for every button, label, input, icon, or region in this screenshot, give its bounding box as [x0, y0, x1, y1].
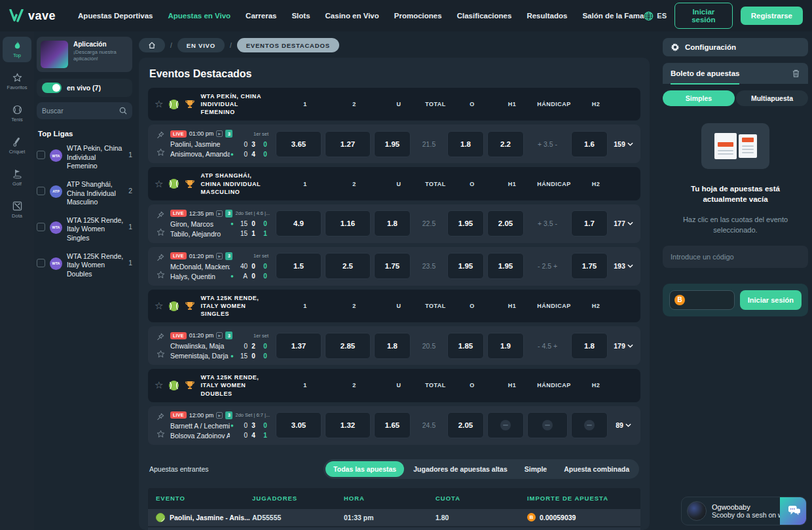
odds-under[interactable]: 1.95: [374, 131, 411, 157]
rail-item-golf[interactable]: Golf: [3, 165, 31, 191]
odds-over[interactable]: 1.95: [447, 253, 484, 279]
favorite-star-icon[interactable]: [157, 228, 165, 237]
language-selector[interactable]: ES: [644, 11, 667, 21]
league-item[interactable]: WTA WTA 125K Rende, Italy Women Singles …: [37, 216, 132, 243]
rail-item-dota[interactable]: Dota: [3, 197, 31, 223]
favorite-star-icon[interactable]: ☆: [155, 300, 163, 312]
vave-logo[interactable]: vave: [9, 9, 56, 23]
tab-multiapuesta[interactable]: Multiapuesta: [736, 90, 808, 106]
favorite-star-icon[interactable]: [157, 271, 165, 279]
stream-icon[interactable]: ▶: [216, 210, 223, 217]
pin-icon[interactable]: [157, 211, 164, 219]
stream-icon[interactable]: ▶: [216, 130, 223, 137]
odds-over[interactable]: 1.95: [447, 210, 484, 237]
odds-2[interactable]: 1.32: [325, 412, 371, 438]
tab-apuestas-altas[interactable]: Jugadores de apuestas altas: [405, 461, 515, 477]
stream-icon[interactable]: ▶: [216, 253, 223, 259]
league-item[interactable]: WTA WTA 125K Rende, Italy Women Doubles …: [37, 252, 132, 279]
nav-apuestas-deportivas[interactable]: Apuestas Deportivas: [78, 12, 153, 20]
breadcrumb-home[interactable]: [139, 38, 165, 52]
odds-h2[interactable]: 1.8: [571, 333, 608, 359]
nav-clasificaciones[interactable]: Clasificaciones: [457, 12, 512, 20]
pin-icon[interactable]: [157, 131, 164, 139]
odds-2[interactable]: 2.85: [325, 333, 371, 359]
search-input[interactable]: [42, 107, 119, 115]
slip-login-button[interactable]: Iniciar sesión: [740, 290, 802, 310]
chat-widget[interactable]: Ogwoobaby Scooby do a sesh on wil...: [681, 497, 807, 525]
odds-over[interactable]: 1.8: [447, 131, 484, 157]
table-row[interactable]: Paolini, Jasmine - Anis... AD55555 01:33…: [148, 509, 640, 527]
rail-item-criquet[interactable]: Críquet: [3, 133, 31, 159]
rail-item-top[interactable]: Top: [3, 37, 31, 62]
odds-h2[interactable]: 1.75: [571, 253, 608, 279]
bitcoin-code-input[interactable]: B: [669, 290, 735, 310]
nav-carreras[interactable]: Carreras: [246, 12, 276, 20]
nav-promociones[interactable]: Promociones: [394, 12, 442, 20]
tab-apuesta-combinada[interactable]: Apuesta combinada: [556, 461, 637, 477]
league-checkbox[interactable]: [37, 259, 45, 267]
favorite-star-icon[interactable]: [157, 350, 165, 358]
favorite-star-icon[interactable]: ☆: [155, 178, 163, 190]
league-checkbox[interactable]: [37, 151, 45, 159]
tab-todas-las-apuestas[interactable]: Todas las apuestas: [325, 461, 404, 477]
more-markets[interactable]: 89: [611, 421, 636, 429]
odds-1[interactable]: 1.37: [276, 333, 322, 359]
rail-item-favoritos[interactable]: Favoritos: [3, 69, 31, 94]
odds-1[interactable]: 4.9: [276, 210, 322, 237]
favorite-star-icon[interactable]: [157, 148, 165, 157]
odds-h2[interactable]: 1.6: [571, 131, 608, 157]
nav-resultados[interactable]: Resultados: [526, 12, 567, 20]
odds-under[interactable]: 1.75: [374, 253, 411, 279]
rail-item-tenis[interactable]: Tenis: [3, 101, 31, 126]
table-row[interactable]: Paolini, Jasmine - Anis... Gettingitdone…: [148, 527, 640, 530]
favorite-star-icon[interactable]: ☆: [155, 379, 163, 391]
odds-h1[interactable]: 1.95: [487, 253, 524, 279]
nav-salon-de-la-fama[interactable]: Salón de la Fama: [582, 12, 644, 20]
more-markets[interactable]: 193: [611, 262, 636, 270]
nav-slots[interactable]: Slots: [291, 12, 310, 20]
odds-2[interactable]: 1.27: [325, 131, 371, 157]
odds-h1[interactable]: 1.9: [487, 333, 524, 359]
tab-simples[interactable]: Simples: [663, 90, 735, 106]
open-chat-button[interactable]: [780, 497, 807, 525]
trash-icon[interactable]: [792, 69, 800, 78]
odds-1[interactable]: 3.05: [276, 412, 322, 438]
more-markets[interactable]: 177: [611, 219, 636, 227]
nav-casino-en-vivo[interactable]: Casino en Vivo: [325, 12, 379, 20]
odds-1[interactable]: 3.65: [276, 131, 322, 157]
live-toggle[interactable]: [42, 83, 62, 93]
stream-icon[interactable]: ▶: [216, 332, 223, 339]
league-checkbox[interactable]: [37, 223, 45, 231]
odds-under[interactable]: 1.8: [374, 333, 411, 359]
odds-under[interactable]: 1.8: [374, 210, 411, 237]
odds-under[interactable]: 1.65: [374, 412, 411, 438]
stream-icon[interactable]: ▶: [216, 412, 223, 419]
odds-1[interactable]: 1.5: [276, 253, 322, 279]
nav-apuestas-en-vivo[interactable]: Apuestas en Vivo: [168, 12, 231, 20]
odds-2[interactable]: 1.16: [325, 210, 371, 237]
favorite-star-icon[interactable]: [157, 430, 165, 438]
league-checkbox[interactable]: [37, 187, 45, 195]
live-toggle-row[interactable]: en vivo (7): [37, 79, 132, 97]
settings-row[interactable]: Configuración: [663, 38, 808, 56]
register-button[interactable]: Registrarse: [741, 7, 803, 25]
odds-h1[interactable]: 2.2: [487, 131, 524, 157]
more-markets[interactable]: 179: [611, 342, 636, 350]
odds-2[interactable]: 2.5: [325, 253, 371, 279]
promo-code-input[interactable]: [663, 246, 808, 268]
league-item[interactable]: WTA WTA Pekin, China Individual Femenino…: [37, 144, 132, 171]
pin-icon[interactable]: [157, 333, 164, 341]
app-download-banner[interactable]: Aplicación ¡Descarga nuestra aplicación!: [37, 37, 132, 72]
league-item[interactable]: ATP ATP Shanghái, China Individual Mascu…: [37, 180, 132, 207]
favorite-star-icon[interactable]: ☆: [155, 98, 163, 110]
tab-simple[interactable]: Simple: [517, 461, 555, 477]
pin-icon[interactable]: [157, 254, 164, 261]
odds-h2[interactable]: 1.7: [571, 210, 608, 237]
odds-over[interactable]: 1.85: [447, 333, 484, 359]
odds-h1[interactable]: 2.05: [487, 210, 524, 237]
pin-icon[interactable]: [157, 413, 164, 421]
more-markets[interactable]: 159: [611, 140, 636, 148]
odds-over[interactable]: 2.05: [447, 412, 484, 438]
login-button[interactable]: Iniciar sesión: [674, 3, 733, 29]
breadcrumb-en-vivo[interactable]: EN VIVO: [177, 38, 225, 52]
